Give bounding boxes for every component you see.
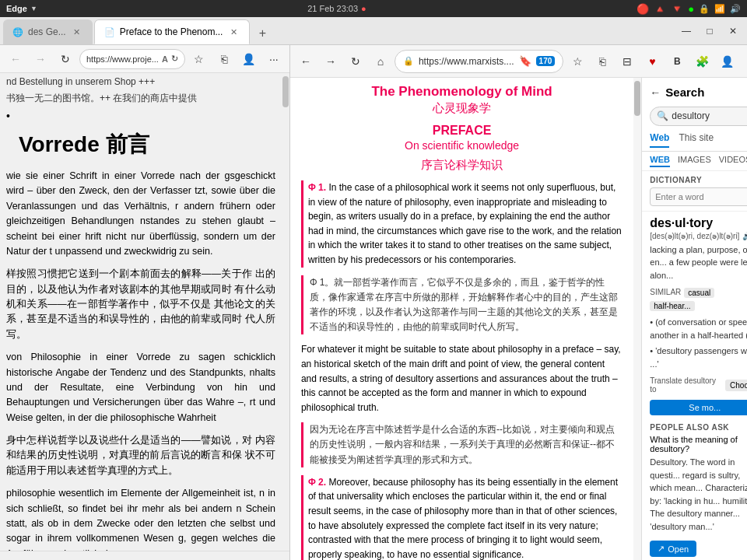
subtab-videos[interactable]: VIDEOS (719, 155, 747, 167)
definition-bullet-1: (of conversation or speech) another in a… (642, 316, 747, 345)
minimize-button[interactable]: — (675, 23, 697, 40)
open-label: Open (668, 544, 689, 554)
bullet-point: • (6, 110, 275, 122)
left-panel-scroll-content: nd Bestellung in unserem Shop +++ 书独一无二的… (0, 73, 282, 551)
see-more-button[interactable]: Se mo... (650, 400, 747, 415)
tab-2[interactable]: 📄 Preface to the Phenom... ✕ (94, 19, 251, 44)
search-input-bar[interactable]: 🔍 desultory (650, 107, 747, 126)
search-title: Search (665, 86, 704, 99)
similar-half-hearted[interactable]: half-hear... (650, 301, 694, 311)
left-browser-pane: ← → ↻ https://www.proje... A ↻ ☆ ⎗ 👤 ···… (0, 45, 290, 560)
right-profile-button[interactable]: 👤 (716, 51, 738, 72)
translate-row: Translate desultory to Choo... (642, 373, 747, 397)
phi-2-text: Moreover, because philosophy has its bei… (308, 477, 618, 560)
system-bar: Edge ▼ 21 Feb 23:03 ● 🔴 🔺 🔻 ● 🔒 📶 🔊 (0, 0, 747, 17)
dictionary-input[interactable] (650, 187, 747, 206)
definition-1: lacking a plan, purpose, or en... a few … (642, 243, 747, 287)
translate-icon: A (162, 54, 168, 64)
similar-casual[interactable]: casual (684, 288, 714, 298)
left-collections-button[interactable]: ⎗ (213, 48, 235, 70)
tab-1[interactable]: 🌐 des Ge... ✕ (3, 19, 93, 44)
restore-button[interactable]: □ (699, 23, 721, 40)
phi-1-continued-block: For whatever it might be suitable to sta… (301, 342, 622, 415)
left-back-button[interactable]: ← (5, 48, 26, 70)
left-scrollbar[interactable] (282, 73, 289, 551)
phi-1-chinese-text: Φ 1。就一部哲学著作而言，它似乎不仅是多余的，而且，鉴于哲学的性质，像作家通常… (310, 275, 622, 335)
left-url-bar[interactable]: https://www.proje... A ↻ (79, 49, 185, 69)
left-url-text: https://www.proje... (86, 54, 159, 64)
bing-button[interactable]: B (666, 51, 688, 72)
record-dot: ● (361, 4, 366, 13)
phi-1-chinese-block: Φ 1。就一部哲学著作而言，它似乎不仅是多余的，而且，鉴于哲学的性质，像作家通常… (301, 275, 622, 335)
tab-web[interactable]: Web (650, 132, 669, 148)
tab-this-site[interactable]: This site (679, 132, 714, 148)
search-tabs: Web This site (642, 129, 747, 152)
new-tab-button[interactable]: + (251, 23, 273, 44)
close-button[interactable]: ✕ (722, 23, 744, 40)
search-sidebar: ← Search 🔍 desultory Web This site WEB I… (641, 78, 747, 560)
phi-1-chinese2-block: 因为无论在序言中陈述哲学是什么合适的东西--比如说，对主要倾向和观点的历史性说明… (301, 422, 622, 467)
tab-bar: 🌐 des Ge... ✕ 📄 Preface to the Phenom...… (0, 17, 747, 45)
content-area: The Phenomenology of Mind 心灵现象学 PREFACE … (290, 78, 747, 560)
right-more-button[interactable]: ··· (741, 51, 747, 72)
tab-2-label: Preface to the Phenom... (120, 26, 223, 37)
open-sidebar-button[interactable]: ↗ Open (650, 541, 696, 557)
subtab-web[interactable]: WEB (650, 155, 670, 167)
shop-banner: nd Bestellung in unserem Shop +++ (6, 76, 275, 87)
middle-panel: The Phenomenology of Mind 心灵现象学 PREFACE … (290, 78, 641, 560)
word-heading: des·ul·tory (642, 212, 747, 232)
paa-question[interactable]: What is the meaning of desultory? (650, 435, 747, 453)
right-home-button[interactable]: ⌂ (370, 51, 391, 72)
left-para-3: philosophie wesentlich im Elemente der A… (6, 486, 275, 551)
edge-dropdown[interactable]: ▼ (30, 5, 37, 12)
left-panel-content-wrapper: nd Bestellung in unserem Shop +++ 书独一无二的… (0, 73, 289, 551)
phi-1-text-2: For whatever it might be suitable to sta… (301, 344, 621, 412)
phi-2-link[interactable]: Φ 2. (308, 477, 326, 488)
left-address-bar: ← → ↻ https://www.proje... A ↻ ☆ ⎗ 👤 ··· (0, 45, 289, 73)
system-icons: 🔴 🔺 🔻 ● 🔒 📶 🔊 (637, 3, 741, 15)
similar-label: SIMILAR (650, 288, 681, 298)
middle-scrollbar-thumb (634, 81, 640, 116)
right-forward-button[interactable]: → (320, 51, 342, 72)
left-star-button[interactable]: ☆ (188, 48, 210, 70)
right-back-button[interactable]: ← (295, 51, 317, 72)
phi-1-link[interactable]: Φ 1. (308, 182, 326, 193)
left-profile-button[interactable]: 👤 (238, 48, 260, 70)
right-url-bar[interactable]: 🔒 https://www.marxists.... 🔖 170 (395, 50, 563, 73)
bookmark-icon[interactable]: 🔖 (519, 55, 531, 67)
search-sub-tabs: WEB IMAGES VIDEOS S... (642, 152, 747, 171)
left-para-chinese-2: 身中怎样说哲学以及说些什么是适当的——譬如说，对 内容和结果的历史性说明，对真理… (6, 433, 275, 478)
middle-scrollbar[interactable] (633, 78, 641, 560)
browser-panels: ← → ↻ https://www.proje... A ↻ ☆ ⎗ 👤 ···… (0, 45, 747, 560)
left-more-button[interactable]: ··· (263, 48, 285, 70)
right-refresh-button[interactable]: ↻ (345, 51, 366, 72)
speaker-icon[interactable]: 🔊 (742, 232, 747, 240)
chinese-preface: 序言论科学知识 (301, 158, 622, 173)
vorrede-title: Vorrede 前言 (19, 130, 275, 159)
left-forward-button[interactable]: → (30, 48, 51, 70)
search-back-button[interactable]: ← (650, 86, 661, 99)
window-controls: — □ ✕ (675, 17, 747, 44)
tab-2-close[interactable]: ✕ (227, 26, 240, 38)
subtab-images[interactable]: IMAGES (678, 155, 711, 167)
translator-badge[interactable]: 170 (536, 56, 556, 66)
translate-choose-button[interactable]: Choo... (725, 380, 747, 391)
middle-scroll-content: The Phenomenology of Mind 心灵现象学 PREFACE … (290, 78, 633, 560)
split-view-button[interactable]: ⊟ (616, 51, 638, 72)
phi-1-marker: Φ 1. (308, 182, 329, 193)
right-star-button[interactable]: ☆ (566, 51, 588, 72)
left-refresh-button[interactable]: ↻ (54, 48, 76, 70)
left-h-scrollbar[interactable] (0, 551, 289, 560)
phi-1-continued: For whatever it might be suitable to sta… (301, 342, 622, 415)
tab-1-close[interactable]: ✕ (71, 26, 83, 38)
paa-label: PEOPLE ALSO ASK (650, 423, 747, 432)
right-collections-button[interactable]: ⎗ (591, 51, 613, 72)
lock-icon: 🔒 (403, 56, 414, 66)
favorites-button[interactable]: ♥ (641, 51, 663, 72)
chinese-phen-title: 心灵现象学 (301, 101, 622, 116)
search-input-value: desultory (672, 110, 710, 121)
extensions-button[interactable]: 🧩 (691, 51, 713, 72)
phi-2-container: Φ 2. Moreover, because philosophy has it… (301, 475, 622, 560)
left-scrollbar-thumb (282, 76, 289, 107)
phi-1-text: In the case of a philosophical work it s… (308, 182, 622, 265)
